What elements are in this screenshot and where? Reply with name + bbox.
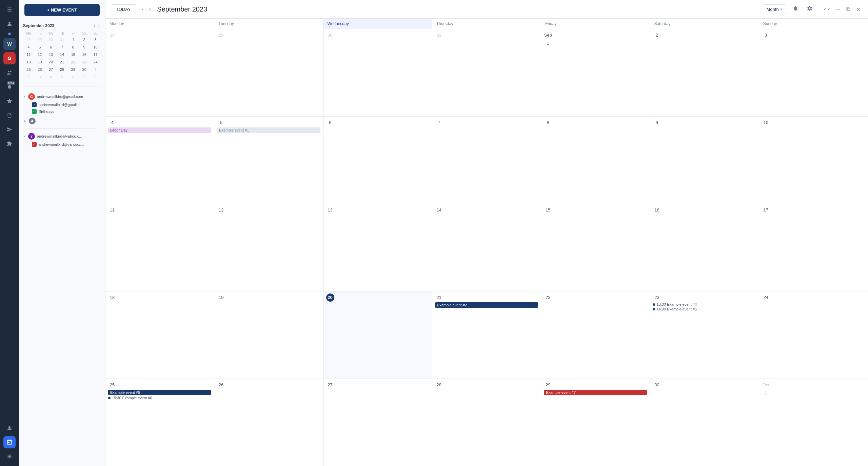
checkmark-icon[interactable]: ✓✓ [822,5,832,14]
calendar-bottom-icon[interactable] [3,436,16,448]
event-example-5-dot[interactable]: 14:00 Example event #5 [653,307,756,311]
next-month-button[interactable]: › [147,5,153,14]
mini-cal-day-3-2[interactable]: 20 [45,58,57,66]
cell-sep17[interactable]: 17 [759,204,868,291]
account-unknown-row[interactable]: ▶ [23,116,101,126]
cell-sep30[interactable]: 30 [650,379,759,466]
mini-cal-day-1-6[interactable]: 10 [90,43,101,51]
event-example-5-allday[interactable]: Example event #5 [108,390,211,395]
mini-cal-day-4-5[interactable]: 30 [79,66,90,73]
event-labor-day[interactable]: Labor Day [108,127,211,133]
mini-cal-day-1-2[interactable]: 6 [45,43,57,51]
cell-sep4[interactable]: 4 Labor Day [105,117,214,204]
mini-cal-day-4-4[interactable]: 29 [67,66,79,73]
cell-sep29[interactable]: 29 Example event #7 [541,379,650,466]
cell-sep10[interactable]: 10 [759,117,868,204]
mini-cal-day-1-3[interactable]: 7 [57,43,68,51]
mini-cal-day-5-2[interactable]: 4 [45,73,57,81]
cell-sep8[interactable]: 8 [541,117,650,204]
cell-aug31[interactable]: 31 [432,29,541,116]
mini-cal-day-4-1[interactable]: 26 [34,66,45,73]
mini-cal-day-0-1[interactable]: 29 [34,36,45,43]
cell-sep26[interactable]: 26 [214,379,323,466]
account-yahoo-row[interactable]: ▾ Y andrewmailbird@yahoo.c... [23,131,101,141]
mini-cal-day-4-6[interactable]: 1 [90,66,101,73]
mini-cal-day-4-0[interactable]: 25 [23,66,34,73]
mini-cal-day-0-2[interactable]: 30 [45,36,57,43]
cell-sep12[interactable]: 12 [214,204,323,291]
cell-sep3[interactable]: 3 [759,29,868,116]
mini-cal-day-0-6[interactable]: 3 [90,36,101,43]
event-example-1[interactable]: Example event #1 [217,127,320,133]
mini-cal-day-0-5[interactable]: 2 [79,36,90,43]
mini-cal-day-1-1[interactable]: 5 [34,43,45,51]
gmail-main-checkbox[interactable]: ✓ [32,102,37,107]
cell-sep14[interactable]: 14 [432,204,541,291]
mini-cal-day-3-1[interactable]: 19 [34,58,45,66]
cell-sep20[interactable]: 20 [323,291,432,379]
mini-cal-day-5-3[interactable]: 5 [57,73,68,81]
prev-month-button[interactable]: ‹ [140,5,146,14]
cell-oct1[interactable]: Oct 1 [759,379,868,466]
cell-sep25[interactable]: 25 Example event #5 15:30 Example event … [105,379,214,466]
plugin-icon[interactable] [3,138,16,150]
event-example-6[interactable]: 15:30 Example event #6 [108,396,211,400]
cell-sep13[interactable]: 13 [323,204,432,291]
settings-topbar-btn[interactable] [805,3,815,15]
maximize-button[interactable]: ⧉ [844,4,852,14]
cell-sep2[interactable]: 2 [650,29,759,116]
mini-cal-prev[interactable]: ‹ [92,23,96,29]
cell-sep21[interactable]: 21 Example event #2 [432,291,541,379]
cell-sep11[interactable]: 11 [105,204,214,291]
mini-cal-day-5-5[interactable]: 7 [79,73,90,81]
profile-icon[interactable] [3,18,16,30]
mini-cal-day-4-3[interactable]: 28 [57,66,68,73]
event-example-4[interactable]: 13:00 Example event #4 [653,302,756,306]
close-button[interactable]: ✕ [854,4,863,15]
view-selector-button[interactable]: Month ▾ [763,4,786,14]
new-event-button[interactable]: + NEW EVENT [24,4,100,16]
mini-cal-day-3-5[interactable]: 23 [79,58,90,66]
mini-cal-day-5-6[interactable]: 8 [90,73,101,81]
send-icon[interactable] [3,123,16,136]
cell-sep15[interactable]: 15 [541,204,650,291]
cell-sep9[interactable]: 9 [650,117,759,204]
mini-cal-day-2-2[interactable]: 13 [45,51,57,58]
hamburger-icon[interactable]: ☰ [3,3,16,16]
cell-sep18[interactable]: 18 [105,291,214,379]
mini-cal-day-4-2[interactable]: 27 [45,66,57,73]
mini-cal-day-3-3[interactable]: 21 [57,58,68,66]
mini-cal-day-0-3[interactable]: 31 [57,36,68,43]
cell-sep24[interactable]: 24 [759,291,868,379]
event-example-2[interactable]: Example event #2 [435,302,538,308]
mini-cal-day-3-0[interactable]: 18 [23,58,34,66]
cell-sep19[interactable]: 19 [214,291,323,379]
mini-cal-day-1-0[interactable]: 4 [23,43,34,51]
notifications-icon[interactable]: 1684 [3,81,16,93]
cell-sep7[interactable]: 7 [432,117,541,204]
cell-aug28[interactable]: 28 [105,29,214,116]
account-gmail-row[interactable]: ▾ G andrewmailbird@gmail.com [23,92,101,101]
starred-icon[interactable] [3,95,16,107]
event-example-7[interactable]: Example event #7 [544,390,647,395]
mini-cal-day-0-0[interactable]: 28 [23,36,34,43]
mini-cal-day-3-4[interactable]: 22 [67,58,79,66]
today-button[interactable]: TODAY [111,4,136,14]
mini-cal-day-2-5[interactable]: 16 [79,51,90,58]
mini-cal-day-5-0[interactable]: 2 [23,73,34,81]
cell-sep16[interactable]: 16 [650,204,759,291]
yahoo-main-checkbox[interactable]: ✓ [32,142,37,147]
cell-sep5[interactable]: 5 Example event #1 [214,117,323,204]
mini-cal-day-1-5[interactable]: 9 [79,43,90,51]
g-app-icon[interactable]: G [3,52,16,64]
cell-sep1[interactable]: Sep 1 [541,29,650,116]
minimize-button[interactable]: ─ [834,4,842,14]
cell-aug30[interactable]: 30 [323,29,432,116]
calendar-birthdays[interactable]: ✓ Birthdays [23,108,101,115]
cell-sep23[interactable]: 23 13:00 Example event #4 14:00 Example … [650,291,759,379]
user-bottom-icon[interactable] [3,422,16,434]
mini-cal-day-2-0[interactable]: 11 [23,51,34,58]
birthdays-checkbox[interactable]: ✓ [32,109,37,114]
w-app-icon[interactable]: W [3,38,16,50]
cell-aug29[interactable]: 29 [214,29,323,116]
